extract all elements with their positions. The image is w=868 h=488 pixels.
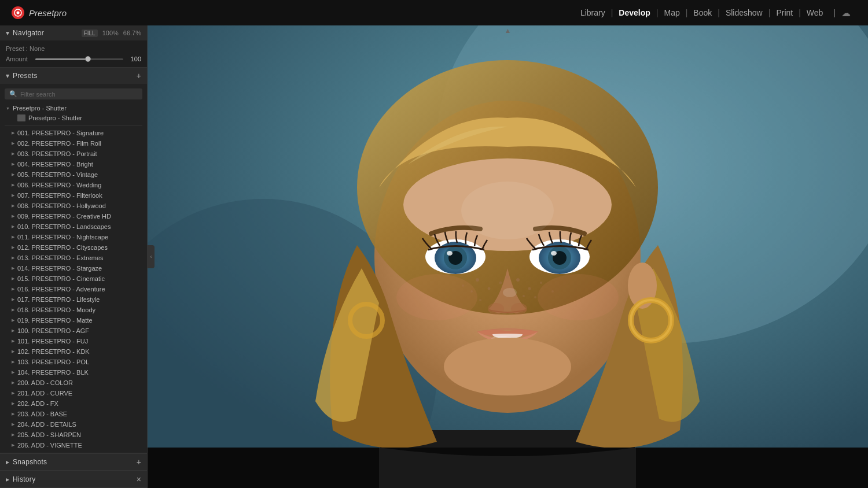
zoom1-label[interactable]: 100% (102, 29, 119, 36)
svg-point-29 (523, 295, 525, 297)
history-header[interactable]: ▶ History × (0, 471, 147, 487)
list-item[interactable]: ▶ 202. ADD - FX (0, 398, 147, 409)
presets-title: Presets (13, 72, 38, 80)
search-icon: 🔍 (9, 90, 17, 98)
group-icon (17, 114, 25, 121)
logo[interactable]: Presetpro (12, 6, 67, 19)
logo-icon (12, 6, 24, 19)
svg-point-43 (461, 182, 554, 239)
list-item[interactable]: ▶ 005. PRESETPRO - Vintage (0, 169, 147, 180)
presets-section: ▶ Presets + 🔍 ▼ Presetpro - Shutte (0, 68, 147, 453)
list-item[interactable]: ▶ 004. PRESETPRO - Bright (0, 159, 147, 169)
presets-add-button[interactable]: + (137, 71, 141, 80)
nav-web[interactable]: Web (801, 8, 829, 17)
svg-point-19 (551, 251, 557, 256)
amount-label: Amount (6, 56, 32, 62)
snapshots-add-button[interactable]: + (137, 457, 141, 467)
left-panel: ▶ Navigator FILL 100% 66.7% Preset : Non… (0, 25, 148, 488)
svg-point-20 (488, 303, 504, 315)
nav-book[interactable]: Book (687, 8, 718, 17)
nav-cloud-icon[interactable]: ☁ (836, 8, 856, 19)
nav-slideshow[interactable]: Slideshow (720, 8, 768, 17)
search-wrap: 🔍 (5, 88, 142, 99)
preset-group-name: Presetpro - Shutter (13, 105, 67, 112)
top-drag-handle[interactable]: ▲ (500, 25, 516, 36)
list-item[interactable]: ▶ 017. PRESETPRO - Lifestyle (0, 294, 147, 305)
snapshots-title: Snapshots (13, 458, 47, 466)
list-item[interactable]: ▶ 018. PRESETPRO - Moody (0, 305, 147, 315)
svg-point-44 (503, 288, 517, 297)
list-item[interactable]: ▶ 015. PRESETPRO - Cinematic (0, 273, 147, 284)
list-item[interactable]: ▶ 012. PRESETPRO - Cityscapes (0, 242, 147, 253)
list-item[interactable]: ▶ 101. PRESETPRO - FUJ (0, 336, 147, 346)
presets-triangle: ▶ (5, 74, 10, 77)
amount-row: Amount 100 (5, 54, 142, 64)
list-item[interactable]: ▶ 204. ADD - DETAILS (0, 419, 147, 430)
navigator-section: ▶ Navigator FILL 100% 66.7% Preset : Non… (0, 25, 147, 68)
group-triangle: ▼ (6, 106, 10, 110)
topbar: Presetpro Library | Develop | Map | Book… (0, 0, 868, 25)
list-item[interactable]: ▶ 002. PRESETPRO - Film Roll (0, 138, 147, 149)
list-item[interactable]: ▶ 016. PRESETPRO - Adventure (0, 284, 147, 294)
preset-group-parent[interactable]: ▼ Presetpro - Shutter (0, 103, 147, 113)
svg-point-26 (516, 278, 520, 282)
svg-point-31 (534, 296, 536, 298)
search-input[interactable] (20, 91, 138, 98)
svg-point-22 (476, 278, 479, 282)
list-item[interactable]: ▶ 104. PRESETPRO - BLK (0, 367, 147, 378)
list-item[interactable]: ▶ 102. PRESETPRO - KDK (0, 346, 147, 357)
list-item[interactable]: ▶ 019. PRESETPRO - Matte (0, 315, 147, 326)
preset-group-child[interactable]: Presetpro - Shutter (0, 113, 147, 123)
svg-point-42 (538, 274, 619, 320)
svg-point-14 (447, 251, 453, 256)
list-item[interactable]: ▶ 006. PRESETPRO - Wedding (0, 180, 147, 190)
list-item[interactable]: ▶ 009. PRESETPRO - Creative HD (0, 211, 147, 221)
panel-collapse-handle[interactable]: ‹ (148, 245, 155, 268)
preset-label: Preset : None (6, 45, 45, 52)
list-item[interactable]: ▶ 103. PRESETPRO - POL (0, 357, 147, 367)
svg-point-21 (511, 303, 527, 315)
svg-point-27 (528, 287, 531, 290)
fill-badge[interactable]: FILL (82, 29, 98, 37)
list-item[interactable]: ▶ 008. PRESETPRO - Hollywood (0, 201, 147, 211)
search-row: 🔍 (0, 86, 147, 103)
nav-develop[interactable]: Develop (613, 8, 656, 17)
list-item[interactable]: ▶ 001. PRESETPRO - Signature (0, 128, 147, 138)
nav-print[interactable]: Print (770, 8, 799, 17)
list-item[interactable]: ▶ 013. PRESETPRO - Extremes (0, 253, 147, 263)
list-item[interactable]: ▶ 010. PRESETPRO - Landscapes (0, 221, 147, 232)
list-item[interactable]: ▶ 014. PRESETPRO - Stargaze (0, 263, 147, 273)
logo-text: Presetpro (29, 8, 67, 18)
svg-point-1 (17, 12, 20, 14)
svg-point-28 (540, 282, 542, 284)
history-section: ▶ History × (0, 471, 147, 488)
nav-map[interactable]: Map (658, 8, 685, 17)
preset-separator (5, 125, 142, 125)
navigator-controls: FILL 100% 66.7% (82, 29, 141, 37)
list-item[interactable]: ▶ 203. ADD - BASE (0, 409, 147, 419)
preset-row: Preset : None (5, 44, 142, 54)
list-item[interactable]: ▶ 011. PRESETPRO - Nightscape (0, 232, 147, 242)
list-item[interactable]: ▶ 100. PRESETPRO - AGF (0, 326, 147, 336)
nav-library[interactable]: Library (575, 8, 611, 17)
list-item[interactable]: ▶ 201. ADD - CURVE (0, 388, 147, 398)
snapshots-header[interactable]: ▶ Snapshots + (0, 454, 147, 470)
list-item[interactable]: ▶ 007. PRESETPRO - Filterlook (0, 190, 147, 201)
history-close-button[interactable]: × (137, 475, 141, 484)
navigator-header[interactable]: ▶ Navigator FILL 100% 66.7% (0, 25, 147, 40)
presets-header[interactable]: ▶ Presets + (0, 68, 147, 84)
main-layout: ▶ Navigator FILL 100% 66.7% Preset : Non… (0, 25, 868, 488)
top-nav: Library | Develop | Map | Book | Slidesh… (575, 8, 856, 19)
amount-value: 100 (127, 56, 141, 62)
zoom2-label[interactable]: 66.7% (123, 29, 141, 36)
snapshots-triangle: ▶ (6, 460, 9, 465)
preset-group-child-name: Presetpro - Shutter (28, 114, 82, 121)
list-item[interactable]: ▶ 205. ADD - SHARPEN (0, 430, 147, 440)
navigator-triangle: ▶ (5, 31, 10, 35)
svg-point-30 (479, 299, 481, 301)
list-item[interactable]: ▶ 206. ADD - VIGNETTE (0, 440, 147, 450)
amount-slider[interactable] (35, 58, 123, 60)
list-item[interactable]: ▶ 200. ADD - COLOR (0, 378, 147, 388)
navigator-content: Preset : None Amount 100 (0, 40, 147, 67)
list-item[interactable]: ▶ 003. PRESETPRO - Portrait (0, 149, 147, 159)
